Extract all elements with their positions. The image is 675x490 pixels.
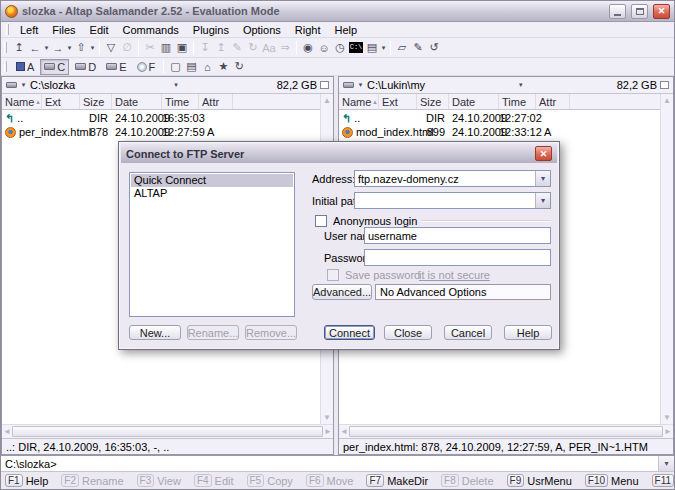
scrollbar-thumb[interactable]	[349, 426, 663, 437]
right-vertical-scrollbar[interactable]: ▲ ▼	[660, 94, 673, 424]
disk-info-icon[interactable]	[320, 81, 329, 89]
left-path[interactable]: C:\slozka	[30, 79, 75, 91]
chevron-down-icon[interactable]: ▾	[535, 193, 550, 208]
back-icon[interactable]: ←	[27, 40, 43, 56]
reload-icon[interactable]: ↺	[426, 40, 442, 56]
path-history-icon[interactable]: ▾	[517, 81, 524, 89]
column-ext[interactable]: Ext	[379, 94, 417, 109]
back-dropdown-icon[interactable]: ▾	[43, 44, 50, 52]
f9-usrmenu[interactable]: F9UsrMenu	[507, 474, 572, 487]
minimize-button[interactable]	[609, 4, 626, 19]
path-history-icon[interactable]: ▾	[172, 81, 179, 89]
left-path-bar[interactable]: ▾ C:\slozka ▾ 82,2 GB	[2, 77, 333, 94]
parent-dropdown-icon[interactable]: ▾	[89, 44, 96, 52]
scroll-left-icon[interactable]: ◄	[340, 425, 348, 438]
menu-left[interactable]: Left	[13, 23, 45, 37]
drive-dropdown-icon[interactable]: ▾	[20, 81, 27, 89]
drive-a-button[interactable]: A	[12, 59, 38, 75]
drive-e-button[interactable]: E	[102, 59, 130, 75]
f7-makedir[interactable]: F7MakeDir	[366, 474, 428, 487]
find-icon[interactable]: ◉	[300, 40, 316, 56]
scroll-down-icon[interactable]: ▼	[663, 411, 671, 424]
column-size[interactable]: Size	[417, 94, 449, 109]
anonymous-login-checkbox[interactable]	[315, 215, 327, 227]
drives-dropdown-icon[interactable]: ▾	[380, 44, 387, 52]
address-combobox[interactable]: ▾	[354, 170, 551, 187]
f1-help[interactable]: F1Help	[5, 474, 48, 487]
dialog-close-button[interactable]: ✕	[535, 146, 552, 161]
column-name[interactable]: Name▴	[339, 94, 379, 109]
toolbar-grip[interactable]	[4, 42, 7, 53]
new-button[interactable]: New...	[129, 325, 181, 340]
close-dialog-button[interactable]: Close	[384, 325, 432, 340]
menu-files[interactable]: Files	[45, 23, 82, 37]
table-row[interactable]: ↰.. DIR 24.10.2009 12:27:02	[339, 111, 660, 125]
help-button[interactable]: Help	[504, 325, 552, 340]
scroll-up-icon[interactable]: ▲	[663, 94, 671, 107]
command-prompt-icon[interactable]: C:\	[348, 40, 364, 56]
f11-connect[interactable]: F11Connect	[652, 474, 675, 487]
list-item-quick-connect[interactable]: Quick Connect	[131, 174, 293, 187]
column-ext[interactable]: Ext	[42, 94, 80, 109]
column-time[interactable]: Time	[499, 94, 536, 109]
right-path-bar[interactable]: ▾ C:\Lukin\my ▾ 82,2 GB	[339, 77, 673, 94]
disk-info-icon[interactable]	[660, 81, 669, 89]
home-icon[interactable]: ⌂	[199, 59, 215, 75]
anonymous-login-label[interactable]: Anonymous login	[333, 215, 417, 227]
recycle-icon[interactable]: ↻	[231, 59, 247, 75]
menu-commands[interactable]: Commands	[116, 23, 186, 37]
right-horizontal-scrollbar[interactable]: ◄ ►	[339, 424, 673, 438]
column-attr[interactable]: Attr	[536, 94, 570, 109]
open-folder-icon[interactable]: ▱	[394, 40, 410, 56]
scroll-right-icon[interactable]: ►	[664, 425, 672, 438]
user-menu-icon[interactable]: ☺	[316, 40, 332, 56]
menubar-grip[interactable]	[6, 24, 9, 35]
drive-f-button[interactable]: F	[133, 59, 160, 75]
scroll-up-icon[interactable]: ▲	[323, 94, 331, 107]
advanced-button[interactable]: Advanced...	[312, 284, 372, 300]
drive-icon[interactable]	[343, 82, 354, 88]
f10-menu[interactable]: F10Menu	[585, 474, 639, 487]
edit-path-icon[interactable]: ✎	[410, 40, 426, 56]
maximize-button[interactable]	[631, 4, 648, 19]
left-horizontal-scrollbar[interactable]: ◄ ►	[2, 424, 333, 438]
filter-icon[interactable]: ▽	[103, 40, 119, 56]
copy-icon[interactable]: ▥	[158, 40, 174, 56]
menu-plugins[interactable]: Plugins	[186, 23, 236, 37]
network-icon[interactable]: ▤	[183, 59, 199, 75]
forward-dropdown-icon[interactable]: ▾	[66, 44, 73, 52]
documents-icon[interactable]: ▢	[167, 59, 183, 75]
scroll-left-icon[interactable]: ◄	[3, 425, 11, 438]
scroll-right-icon[interactable]: ►	[324, 425, 332, 438]
scrollbar-thumb[interactable]	[12, 426, 323, 437]
parent-directory-icon[interactable]: ⇧	[73, 40, 89, 56]
scroll-down-icon[interactable]: ▼	[323, 411, 331, 424]
menu-help[interactable]: Help	[328, 23, 365, 37]
drive-icon[interactable]	[6, 82, 17, 88]
drive-dropdown-icon[interactable]: ▾	[357, 81, 364, 89]
chevron-down-icon[interactable]: ▾	[535, 171, 550, 186]
drive-d-button[interactable]: D	[71, 59, 100, 75]
command-history-icon[interactable]: ▾	[658, 456, 674, 471]
cancel-button[interactable]: Cancel	[444, 325, 492, 340]
column-date[interactable]: Date	[112, 94, 162, 109]
menu-edit[interactable]: Edit	[83, 23, 116, 37]
list-item-altap[interactable]: ALTAP	[131, 187, 293, 200]
column-date[interactable]: Date	[449, 94, 499, 109]
connect-button[interactable]: Connect	[324, 325, 375, 340]
not-secure-link[interactable]: it is not secure	[419, 269, 490, 281]
menu-right[interactable]: Right	[288, 23, 328, 37]
table-row[interactable]: per_index.html 878 24.10.2009 12:27:59 A	[2, 125, 320, 139]
server-listbox[interactable]: Quick Connect ALTAP	[129, 172, 295, 317]
right-path[interactable]: C:\Lukin\my	[367, 79, 425, 91]
up-directory-icon[interactable]: ↥	[11, 40, 27, 56]
column-attr[interactable]: Attr	[199, 94, 233, 109]
column-name[interactable]: Name▴	[2, 94, 42, 109]
initial-path-input[interactable]	[355, 193, 535, 208]
address-input[interactable]	[355, 171, 535, 186]
paste-icon[interactable]: ▣	[174, 40, 190, 56]
command-line[interactable]: C:\slozka> ▾	[1, 455, 674, 472]
favorites-icon[interactable]: ★	[215, 59, 231, 75]
table-row[interactable]: mod_index.html 899 24.10.2009 12:33:12 A	[339, 125, 660, 139]
drivebar-grip[interactable]	[4, 61, 7, 72]
